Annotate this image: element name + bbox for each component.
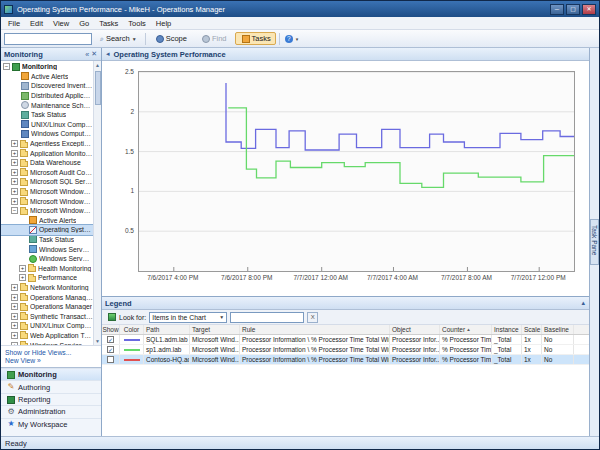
expand-expander-icon[interactable]: + (11, 322, 18, 329)
counter-cell: % Processor Time (440, 335, 492, 344)
tree-item[interactable]: +Operations Management Suite (1, 292, 93, 302)
checkbox-checked[interactable]: ✓ (107, 346, 114, 353)
legend-row[interactable]: ✓SQL1.adm.labMicrosoft Wind...Processor … (102, 335, 589, 345)
tree-item[interactable]: Active Alerts (1, 72, 93, 82)
collapse-expander-icon[interactable]: − (11, 207, 18, 214)
scope-button[interactable]: Scope (149, 32, 192, 45)
tree-item[interactable]: −Monitoring (1, 62, 93, 72)
tree-item[interactable]: +Microsoft Audit Collection Services (1, 168, 93, 178)
column-header-show[interactable]: Show (102, 325, 120, 334)
column-header-object[interactable]: Object (390, 325, 440, 334)
expand-expander-icon[interactable]: + (11, 169, 18, 176)
tree-item[interactable]: +Microsoft SQL Server (1, 177, 93, 187)
nav-authoring[interactable]: ✎Authoring (1, 380, 101, 392)
column-header-rule[interactable]: Rule (240, 325, 390, 334)
column-header-counter[interactable]: Counter▲ (440, 325, 492, 334)
nav-administration[interactable]: ⚙Administration (1, 405, 101, 417)
column-header-scale[interactable]: Scale (522, 325, 542, 334)
expand-expander-icon[interactable]: + (19, 265, 26, 272)
tree-item[interactable]: Windows Server Operating System Health (1, 244, 93, 254)
expand-expander-icon[interactable]: + (11, 284, 18, 291)
tree-item[interactable]: Maintenance Schedules (1, 100, 93, 110)
new-view-link[interactable]: New View » (5, 357, 97, 364)
look-for-select[interactable]: Items in the Chart ▼ (149, 312, 227, 323)
column-header-path[interactable]: Path (144, 325, 190, 334)
tree-item[interactable]: +Application Monitoring (1, 148, 93, 158)
scrollbar-track[interactable] (94, 69, 101, 337)
nav-reporting[interactable]: Reporting (1, 393, 101, 405)
search-button[interactable]: ⌕ Search ▼ (95, 32, 142, 45)
tree-item[interactable]: Task Status (1, 110, 93, 120)
menu-edit[interactable]: Edit (25, 19, 48, 28)
legend-filter-input[interactable] (230, 312, 304, 323)
expand-expander-icon[interactable]: + (11, 188, 18, 195)
checkbox[interactable] (107, 356, 114, 363)
expand-expander-icon[interactable]: + (11, 313, 18, 320)
tree-item[interactable]: +Web Application Transaction Monitoring (1, 331, 93, 341)
help-icon[interactable]: ? (285, 35, 293, 43)
tree-item[interactable]: +Data Warehouse (1, 158, 93, 168)
chevron-up-icon[interactable]: ▴ (580, 299, 586, 307)
close-button[interactable]: ✕ (582, 4, 596, 15)
expand-expander-icon[interactable]: + (11, 198, 18, 205)
close-pane-icon[interactable]: ✕ (90, 50, 98, 58)
nav-monitoring[interactable]: Monitoring (1, 368, 101, 380)
search-input[interactable] (4, 33, 92, 45)
legend-row[interactable]: Contoso-HQ.adm.labMicrosoft Wind...Proce… (102, 355, 589, 365)
tree-scrollbar[interactable]: ▲ ▼ (93, 61, 101, 345)
tree-item[interactable]: +Microsoft Windows Client (1, 196, 93, 206)
expand-expander-icon[interactable]: + (11, 332, 18, 339)
scroll-up-icon[interactable]: ▲ (95, 61, 100, 69)
scrollbar-thumb[interactable] (95, 71, 101, 105)
column-header-instance[interactable]: Instance (492, 325, 522, 334)
expand-expander-icon[interactable]: + (11, 303, 18, 310)
scroll-down-icon[interactable]: ▼ (95, 337, 100, 345)
expand-expander-icon[interactable]: + (11, 150, 18, 157)
tree-item[interactable]: UNIX/Linux Computers (1, 120, 93, 130)
expand-expander-icon[interactable]: + (11, 294, 18, 301)
minimize-button[interactable]: ─ (550, 4, 564, 15)
tree-item[interactable]: +Agentless Exception Monitoring (1, 139, 93, 149)
tree-item[interactable]: Windows Server State (1, 254, 93, 264)
checkbox-checked[interactable]: ✓ (107, 336, 114, 343)
expand-expander-icon[interactable]: + (19, 274, 26, 281)
tree-item[interactable]: +Operations Manager (1, 302, 93, 312)
tree-item[interactable]: Discovered Inventory (1, 81, 93, 91)
column-header-target[interactable]: Target (190, 325, 240, 334)
nav-my-workspace[interactable]: ★My Workspace (1, 418, 101, 430)
menu-go[interactable]: Go (74, 19, 94, 28)
maximize-button[interactable]: ▢ (566, 4, 580, 15)
tree-item[interactable]: Windows Computers (1, 129, 93, 139)
menu-help[interactable]: Help (151, 19, 176, 28)
expand-expander-icon[interactable]: + (11, 140, 18, 147)
clear-filter-button[interactable]: X (307, 312, 318, 323)
tree-item[interactable]: +Network Monitoring (1, 283, 93, 293)
tree-item[interactable]: Distributed Applications (1, 91, 93, 101)
menu-view[interactable]: View (48, 19, 74, 28)
tree-item[interactable]: −Microsoft Windows Server (1, 206, 93, 216)
column-header-baseline[interactable]: Baseline (542, 325, 574, 334)
tree-item[interactable]: Operating System Performance (1, 225, 93, 235)
show-hide-views-link[interactable]: Show or Hide Views... (5, 349, 97, 356)
tree-item-label: Task Status (31, 111, 66, 118)
column-header-color[interactable]: Color (120, 325, 144, 334)
tree-item[interactable]: +Synthetic Transaction (1, 311, 93, 321)
task-pane-tab[interactable]: Task Pane (590, 219, 599, 265)
tree-item[interactable]: +UNIX/Linux Computers (1, 321, 93, 331)
collapse-expander-icon[interactable]: − (3, 63, 10, 70)
expand-expander-icon[interactable]: + (11, 159, 18, 166)
find-button[interactable]: Find (195, 32, 232, 45)
menu-tools[interactable]: Tools (123, 19, 151, 28)
tree-item[interactable]: +Microsoft Windows Internet Information … (1, 187, 93, 197)
tree-item[interactable]: Active Alerts (1, 216, 93, 226)
menu-file[interactable]: File (3, 19, 25, 28)
tree-item[interactable]: +Health Monitoring (1, 263, 93, 273)
toolbar-overflow-icon[interactable]: ▾ (296, 36, 299, 42)
tasks-button[interactable]: Tasks (235, 32, 276, 45)
tree-item[interactable]: Task Status (1, 235, 93, 245)
expand-expander-icon[interactable]: + (11, 178, 18, 185)
legend-row[interactable]: ✓sp1.adm.labMicrosoft Wind...Processor I… (102, 345, 589, 355)
menu-tasks[interactable]: Tasks (94, 19, 123, 28)
chevron-left-icon[interactable]: ◂ (105, 50, 111, 58)
tree-item[interactable]: +Performance (1, 273, 93, 283)
